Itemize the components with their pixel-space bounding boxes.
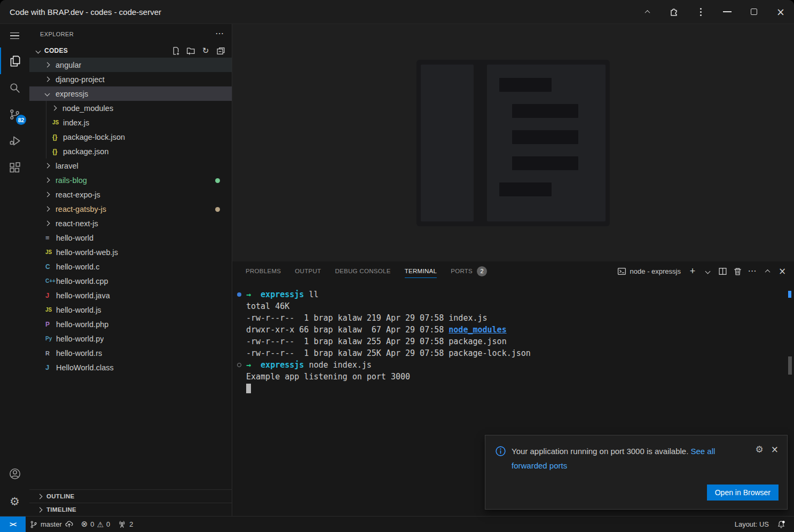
tab-problems[interactable]: PROBLEMS: [239, 261, 288, 281]
tab-output[interactable]: OUTPUT: [288, 261, 328, 281]
remote-indicator[interactable]: ><: [0, 517, 26, 532]
new-file-icon: [171, 46, 180, 55]
tree-item-hello-world-js[interactable]: JShello-world.js: [29, 303, 232, 317]
warnings-icon: ⚠: [97, 521, 104, 528]
tab-terminal[interactable]: TERMINAL: [398, 261, 444, 281]
cpp-file-icon: C++: [45, 278, 56, 284]
keyboard-layout-item[interactable]: Layout: US: [731, 520, 773, 528]
tree-item-hello-world-rs[interactable]: Rhello-world.rs: [29, 346, 232, 360]
tree-item-package-lock-json[interactable]: {}package-lock.json: [29, 130, 232, 144]
tab-label: PORTS: [451, 268, 473, 274]
tree-item-hello-world-java[interactable]: Jhello-world.java: [29, 288, 232, 303]
window-title: Code with BRAP.dev - codes - code-server: [0, 7, 634, 17]
command-decoration-outline[interactable]: [237, 363, 241, 367]
tree-item-rails-blog[interactable]: rails-blog: [29, 173, 232, 187]
tab-debug-console[interactable]: DEBUG CONSOLE: [328, 261, 397, 281]
tab-ports[interactable]: PORTS2: [444, 261, 494, 281]
new-terminal-button[interactable]: +: [686, 265, 699, 277]
tree-item-hello-world-cpp[interactable]: C++hello-world.cpp: [29, 274, 232, 288]
terminal-dropdown-button[interactable]: [701, 265, 714, 277]
terminal-scrollbar[interactable]: [788, 356, 792, 375]
settings-button[interactable]: ⚙: [0, 487, 29, 516]
editor-area[interactable]: [232, 24, 794, 261]
command-decoration-filled[interactable]: [237, 292, 241, 297]
open-in-browser-button[interactable]: Open in Browser: [707, 485, 779, 501]
activity-explorer[interactable]: [0, 47, 29, 74]
tree-item-helloworld-class[interactable]: JHelloWorld.class: [29, 360, 232, 375]
activity-extensions[interactable]: [0, 154, 29, 181]
tree-item-index-js[interactable]: JSindex.js: [29, 115, 232, 130]
window-close-button[interactable]: ×: [767, 0, 794, 23]
refresh-icon: ↻: [202, 46, 209, 55]
timeline-section[interactable]: TIMELINE: [29, 503, 232, 516]
tab-label: OUTPUT: [295, 268, 321, 274]
title-bar: Code with BRAP.dev - codes - code-server…: [0, 0, 794, 24]
tree-item-hello-world[interactable]: ≡hello-world: [29, 231, 232, 245]
new-folder-icon: [186, 46, 195, 55]
tree-item-react-gatsby-js[interactable]: react-gatsby-js: [29, 202, 232, 216]
search-icon: [8, 81, 21, 94]
tree-item-angular[interactable]: angular: [29, 58, 232, 72]
activity-source-control[interactable]: 82: [0, 101, 29, 128]
window-minimize-button[interactable]: [714, 0, 741, 23]
browser-hide-toolbar-button[interactable]: [634, 0, 661, 23]
split-terminal-button[interactable]: [716, 265, 729, 277]
app-window: Code with BRAP.dev - codes - code-server…: [0, 0, 794, 532]
close-panel-button[interactable]: ×: [776, 265, 789, 277]
window-maximize-button[interactable]: [741, 0, 767, 23]
tree-item-laravel[interactable]: laravel: [29, 158, 232, 173]
more-actions-icon[interactable]: ⋯: [215, 32, 224, 35]
outline-label: OUTLINE: [46, 493, 75, 499]
tree-item-label: hello-world.js: [56, 306, 101, 314]
tree-item-expressjs[interactable]: expressjs: [29, 86, 232, 101]
workspace-section-header[interactable]: CODES ↻: [29, 44, 232, 58]
watermark-right-panel: [487, 65, 606, 221]
account-button[interactable]: [0, 460, 29, 487]
tree-item-label: package.json: [63, 147, 108, 156]
plus-icon: +: [690, 266, 696, 276]
forwarded-ports-item[interactable]: 2: [114, 517, 137, 532]
tree-item-django-project[interactable]: django-project: [29, 72, 232, 86]
tree-item-react-next-js[interactable]: react-next-js: [29, 216, 232, 231]
notification-settings-gear-icon[interactable]: ⚙: [756, 445, 764, 454]
activity-run-debug[interactable]: [0, 128, 29, 154]
git-branch-item[interactable]: master: [26, 517, 77, 532]
collapse-all-button[interactable]: [215, 45, 226, 57]
indent-guide: [46, 115, 46, 130]
new-file-button[interactable]: [170, 45, 182, 57]
problems-item[interactable]: ⊗ 0 ⚠ 0: [77, 517, 114, 532]
js-file-icon: JS: [45, 307, 56, 313]
browser-menu-button[interactable]: [687, 0, 714, 23]
tree-item-hello-world-php[interactable]: Phello-world.php: [29, 317, 232, 331]
remote-icon: ><: [10, 521, 16, 528]
tree-item-hello-world-c[interactable]: Chello-world.c: [29, 259, 232, 274]
notification-close-icon[interactable]: ×: [771, 445, 779, 454]
tree-item-node-modules[interactable]: node_modules: [29, 101, 232, 115]
tree-item-hello-world-web-js[interactable]: JShello-world-web.js: [29, 245, 232, 259]
tree-item-package-json[interactable]: {}package.json: [29, 144, 232, 158]
terminal-picker[interactable]: node - expressjs: [614, 267, 684, 276]
refresh-button[interactable]: ↻: [200, 45, 211, 57]
menu-button[interactable]: [0, 24, 29, 47]
tree-item-react-expo-js[interactable]: react-expo-js: [29, 187, 232, 202]
maximize-panel-button[interactable]: [761, 265, 774, 277]
info-icon: [495, 446, 506, 457]
scm-changes-badge: 82: [16, 115, 26, 125]
new-folder-button[interactable]: [185, 45, 196, 57]
notifications-bell[interactable]: [773, 520, 790, 529]
radio-tower-icon: [117, 520, 127, 529]
status-bar: >< master ⊗ 0 ⚠ 0 2 Layout: US: [0, 516, 794, 532]
terminal-line: → expressjs node index.js: [246, 359, 778, 371]
activity-search[interactable]: [0, 74, 29, 101]
kill-terminal-button[interactable]: [731, 265, 744, 277]
close-icon: ×: [779, 267, 786, 276]
timeline-label: TIMELINE: [46, 506, 76, 513]
panel-more-actions-button[interactable]: ⋯: [746, 265, 759, 277]
outline-section[interactable]: OUTLINE: [29, 489, 232, 503]
browser-extensions-button[interactable]: [661, 0, 687, 23]
bell-dot-badge: [782, 520, 785, 523]
bell-icon: [776, 520, 786, 529]
editor-watermark: [416, 60, 610, 226]
gear-icon: ⚙: [10, 496, 20, 507]
tree-item-hello-world-py[interactable]: Pyhello-world.py: [29, 331, 232, 346]
